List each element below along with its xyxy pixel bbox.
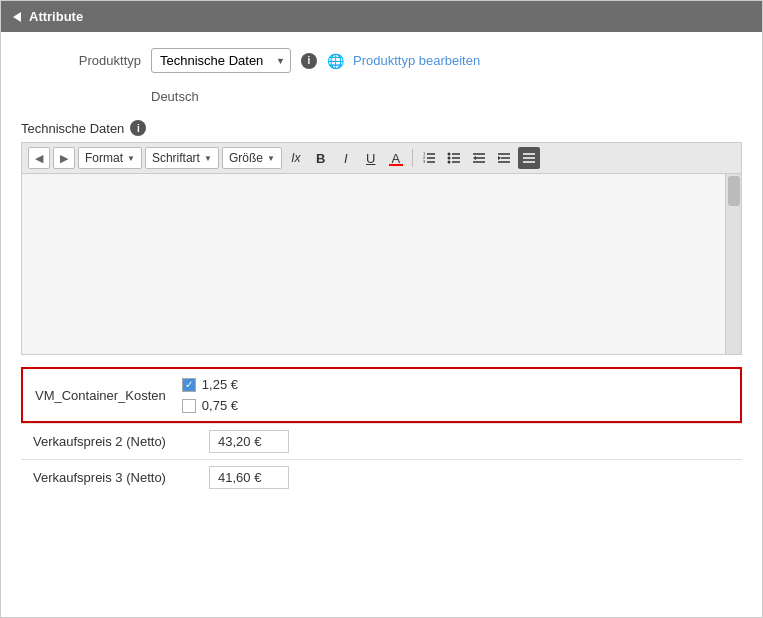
section-header: Attribute [1, 1, 762, 32]
svg-marker-19 [498, 156, 501, 160]
row1-value: 43,20 € [209, 430, 289, 453]
schriftart-arrow-icon: ▼ [204, 154, 212, 163]
produkttyp-select-wrapper: Technische Daten [151, 48, 291, 73]
highlighted-section: VM_Container_Kosten 1,25 € 0,75 € [21, 367, 742, 423]
checkbox-group: 1,25 € 0,75 € [182, 377, 238, 413]
content-area: Produkttyp Technische Daten i 🌐 Produktt… [1, 32, 762, 511]
underline-label: U [366, 151, 375, 166]
svg-point-8 [447, 161, 450, 164]
svg-point-6 [447, 153, 450, 156]
tech-section-text: Technische Daten [21, 121, 124, 136]
produkttyp-select[interactable]: Technische Daten [151, 48, 291, 73]
checkbox-value-2: 0,75 € [202, 398, 238, 413]
ordered-list-icon: 1 2 3 [422, 151, 436, 165]
ordered-list-button[interactable]: 1 2 3 [418, 147, 440, 169]
justify-button[interactable] [518, 147, 540, 169]
clear-formatting-button[interactable]: Ix [285, 147, 307, 169]
editor-toolbar: ◀ ▶ Format ▼ Schriftart ▼ Größe ▼ Ix [22, 143, 741, 174]
row2-label: Verkaufspreis 3 (Netto) [33, 470, 193, 485]
indent-decrease-icon [472, 151, 486, 165]
schriftart-dropdown[interactable]: Schriftart ▼ [145, 147, 219, 169]
unordered-list-button[interactable] [443, 147, 465, 169]
section-title: Attribute [29, 9, 83, 24]
format-label: Format [85, 151, 123, 165]
bold-label: B [316, 151, 325, 166]
tech-info-icon[interactable]: i [130, 120, 146, 136]
indent-increase-button[interactable] [493, 147, 515, 169]
deutsch-label: Deutsch [151, 85, 742, 112]
main-container: Attribute Produkttyp Technische Daten i … [0, 0, 763, 618]
bold-button[interactable]: B [310, 147, 332, 169]
info-icon[interactable]: i [301, 53, 317, 69]
ix-label: Ix [291, 151, 300, 165]
schriftart-label: Schriftart [152, 151, 200, 165]
svg-marker-15 [473, 156, 476, 160]
indent-increase-icon [497, 151, 511, 165]
globe-icon: 🌐 [327, 53, 343, 69]
undo-button[interactable]: ◀ [28, 147, 50, 169]
editor-container: ◀ ▶ Format ▼ Schriftart ▼ Größe ▼ Ix [21, 142, 742, 355]
color-underline-indicator [389, 164, 403, 166]
checkbox-checked-1[interactable] [182, 378, 196, 392]
highlighted-row: VM_Container_Kosten 1,25 € 0,75 € [23, 369, 740, 421]
editor-scrollbar[interactable] [725, 174, 741, 354]
indent-decrease-button[interactable] [468, 147, 490, 169]
editor-body[interactable] [22, 174, 741, 354]
justify-icon [522, 151, 536, 165]
groesse-dropdown[interactable]: Größe ▼ [222, 147, 282, 169]
edit-produkttyp-link[interactable]: Produkttyp bearbeiten [353, 53, 480, 68]
checkbox-unchecked-2[interactable] [182, 399, 196, 413]
format-arrow-icon: ▼ [127, 154, 135, 163]
underline-button[interactable]: U [360, 147, 382, 169]
checkbox-item-2: 0,75 € [182, 398, 238, 413]
italic-label: I [344, 151, 348, 166]
data-row-1: Verkaufspreis 2 (Netto) 43,20 € [21, 423, 742, 459]
italic-button[interactable]: I [335, 147, 357, 169]
font-color-button[interactable]: A [385, 147, 407, 169]
produkttyp-row: Produkttyp Technische Daten i 🌐 Produktt… [21, 48, 742, 73]
produkttyp-label: Produkttyp [21, 53, 141, 68]
groesse-label: Größe [229, 151, 263, 165]
container-kosten-label: VM_Container_Kosten [35, 388, 166, 403]
redo-button[interactable]: ▶ [53, 147, 75, 169]
checkbox-item-1: 1,25 € [182, 377, 238, 392]
data-row-2: Verkaufspreis 3 (Netto) 41,60 € [21, 459, 742, 495]
checkbox-value-1: 1,25 € [202, 377, 238, 392]
groesse-arrow-icon: ▼ [267, 154, 275, 163]
row1-label: Verkaufspreis 2 (Netto) [33, 434, 193, 449]
scrollbar-thumb [728, 176, 740, 206]
collapse-icon[interactable] [13, 12, 21, 22]
tech-section-label: Technische Daten i [21, 120, 742, 136]
svg-text:3: 3 [423, 159, 426, 164]
svg-point-7 [447, 157, 450, 160]
format-dropdown[interactable]: Format ▼ [78, 147, 142, 169]
row2-value: 41,60 € [209, 466, 289, 489]
toolbar-separator-1 [412, 149, 413, 167]
unordered-list-icon [447, 151, 461, 165]
